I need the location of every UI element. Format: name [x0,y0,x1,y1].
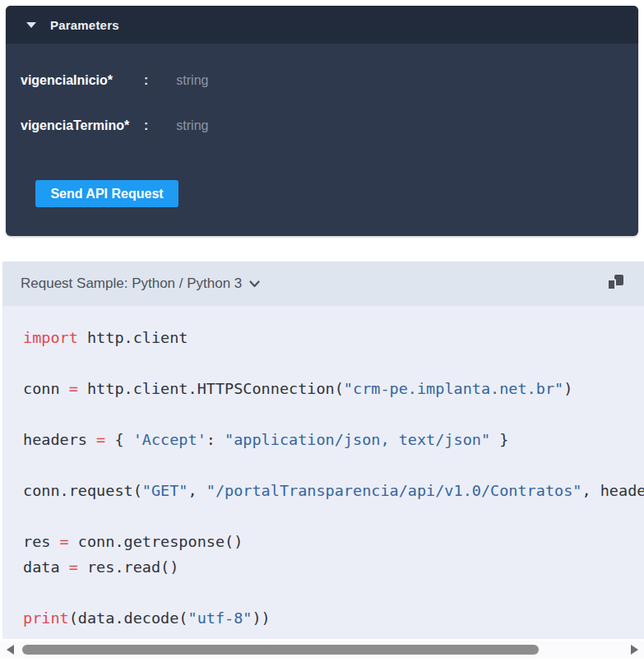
request-sample-header: Request Sample: Python / Python 3 [2,262,644,306]
language-selector[interactable]: Request Sample: Python / Python 3 [21,275,260,292]
code-line [23,350,644,376]
code-line: import http.client [23,325,644,350]
scrollbar-thumb[interactable] [22,645,539,655]
parameter-type: string [176,118,208,133]
parameter-rows: vigenciaInicio*:stringvigenciaTermino*:s… [21,73,638,164]
code-line: conn = http.client.HTTPSConnection("crm-… [23,376,644,401]
code-line: conn.request("GET", "/portalTransparenci… [23,478,644,503]
parameters-section-header[interactable]: Parameters [6,6,638,44]
parameter-name: vigenciaTermino* [21,118,144,133]
scroll-right-arrow-icon[interactable] [631,645,638,655]
code-line: print(data.decode("utf-8")) [23,605,644,631]
code-line [23,452,644,478]
parameter-type: string [176,73,208,88]
copy-code-button[interactable] [606,275,624,293]
code-line [23,580,644,605]
request-sample-panel: Request Sample: Python / Python 3 import… [2,262,644,639]
parameter-row: vigenciaTermino*:string [21,118,638,164]
api-docs-page: { "colors": { "panel_header_bg": "#222b3… [0,0,644,662]
code-line [23,503,644,529]
request-sample-label: Request Sample: Python / Python 3 [21,275,242,292]
parameters-panel: Parameters vigenciaInicio*:stringvigenci… [6,6,638,236]
chevron-down-icon[interactable] [249,280,260,288]
scroll-left-arrow-icon[interactable] [7,645,14,655]
code-line: headers = { 'Accept': "application/json,… [23,427,644,452]
parameter-row: vigenciaInicio*:string [21,73,638,118]
parameters-body: vigenciaInicio*:stringvigenciaTermino*:s… [6,44,638,207]
parameter-colon: : [144,118,148,133]
code-line: data = res.read() [23,554,644,580]
code-line [23,401,644,427]
code-line: res = conn.getresponse() [23,529,644,554]
parameter-name: vigenciaInicio* [21,73,144,88]
code-block: import http.client conn = http.client.HT… [23,325,644,631]
code-sample-area[interactable]: import http.client conn = http.client.HT… [2,306,644,639]
horizontal-scrollbar[interactable] [0,641,644,659]
send-api-request-button[interactable]: Send API Request [35,180,178,207]
collapse-triangle-icon[interactable] [26,22,36,28]
parameters-title: Parameters [50,18,119,32]
parameter-colon: : [144,73,148,88]
copy-icon-front [607,279,616,290]
